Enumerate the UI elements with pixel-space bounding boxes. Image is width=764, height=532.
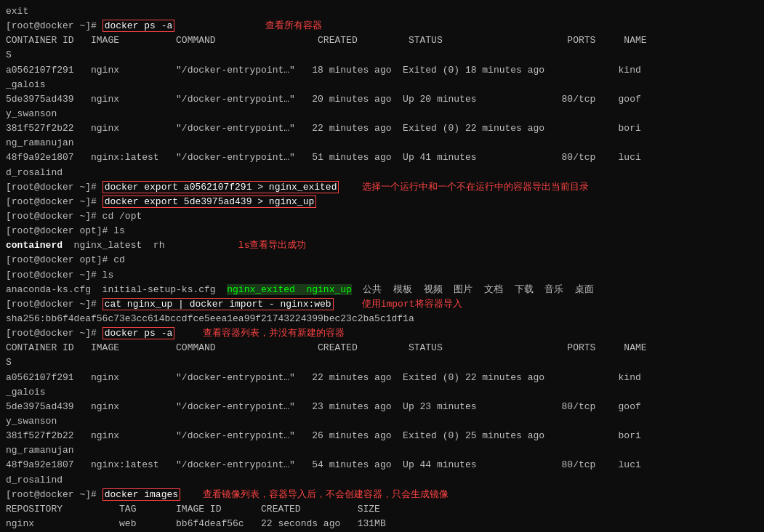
line-ls-result2: anaconda-ks.cfg initial-setup-ks.cfg ngi… [6,283,758,297]
line-ls-result1: containerd nginx_latest rh ls查看导出成功 [6,238,758,253]
line-sha: sha256:bb6f4deaf56c73e3cc614bccdfce5eea1… [6,312,758,326]
line-import-cmd: [root@docker ~]# cat nginx_up | docker i… [6,297,758,312]
line-export2: [root@docker ~]# docker export 5de3975ad… [6,195,758,209]
line-cd-home: [root@docker opt]# cd [6,253,758,267]
line-c4b: d_rosalind [6,473,758,488]
line-docker-images-cmd: [root@docker ~]# docker images 查看镜像列表，容器… [6,488,758,502]
line-ls-opt: [root@docker opt]# ls [6,224,758,238]
line-header2: CONTAINER ID IMAGE COMMAND CREATED STATU… [6,341,758,355]
line-header1b: S [6,48,758,63]
line-export1: [root@docker ~]# docker export a0562107f… [6,180,758,195]
line-header2b: S [6,355,758,370]
line-container3b: ng_ramanujan [6,136,758,150]
line-docker-ps-cmd: [root@docker ~]# docker ps -a 查看所有容器 [6,19,758,33]
line-container1b: _galois [6,78,758,92]
line-docker-ps2-cmd: [root@docker ~]# docker ps -a 查看容器列表，并没有… [6,326,758,341]
line-container4a: 48f9a92e1807 nginx:latest "/docker-entry… [6,150,758,165]
line-container2b: y_swanson [6,107,758,121]
docker-ps-command: docker ps -a [102,20,175,32]
line-c2b: y_swanson [6,414,758,429]
line-images-header: REPOSITORY TAG IMAGE ID CREATED SIZE [6,502,758,517]
line-container3a: 381f527f2b22 nginx "/docker-entrypoint…"… [6,121,758,136]
line-image-web: nginx web bb6f4deaf56c 22 seconds ago 13… [6,517,758,531]
line-c4a: 48f9a92e1807 nginx:latest "/docker-entry… [6,458,758,472]
line-container1a: a0562107f291 nginx "/docker-entrypoint…"… [6,63,758,78]
line-header1: CONTAINER ID IMAGE COMMAND CREATED STATU… [6,33,758,48]
line-container4b: d_rosalind [6,166,758,180]
line-exit: exit [6,4,758,19]
line-c3a: 381f527f2b22 nginx "/docker-entrypoint…"… [6,429,758,443]
line-ls-home: [root@docker ~]# ls [6,268,758,283]
line-c1a: a0562107f291 nginx "/docker-entrypoint…"… [6,371,758,385]
line-c2a: 5de3975ad439 nginx "/docker-entrypoint…"… [6,400,758,414]
line-c3b: ng_ramanujan [6,443,758,458]
terminal: exit [root@docker ~]# docker ps -a 查看所有容… [0,0,764,532]
line-container2a: 5de3975ad439 nginx "/docker-entrypoint…"… [6,92,758,107]
line-c1b: _galois [6,385,758,400]
line-cd-opt: [root@docker ~]# cd /opt [6,209,758,224]
